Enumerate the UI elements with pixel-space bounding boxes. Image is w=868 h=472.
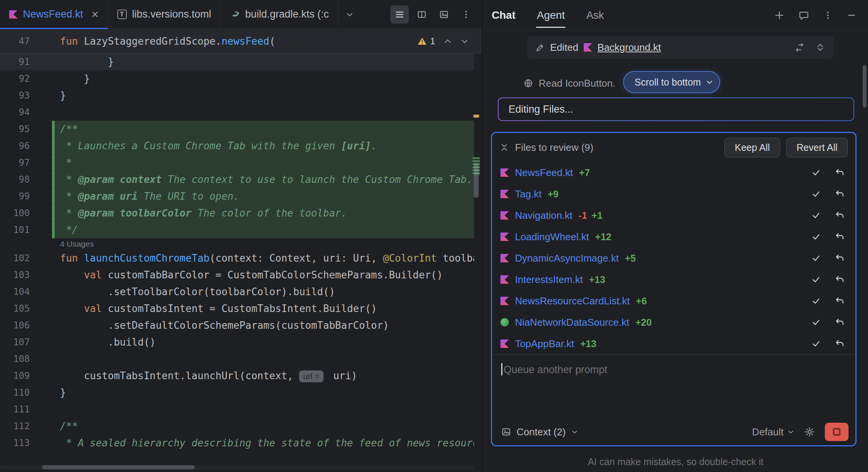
stop-generation-button[interactable]	[825, 423, 849, 441]
file-link[interactable]: NiaNetworkDataSource.kt	[515, 317, 629, 328]
code-line-113[interactable]: 113 * A sealed hierarchy describing the …	[0, 435, 474, 451]
code-line-94[interactable]: 94	[0, 104, 474, 121]
code-line-104[interactable]: 104 .setToolbarColor(toolbarColor).build…	[0, 283, 474, 300]
review-file-row[interactable]: Tag.kt+9	[492, 183, 855, 205]
read-file-row[interactable]: Read IconButton.	[523, 73, 615, 93]
code-line-107[interactable]: 107 .build()	[0, 334, 474, 351]
accept-file-check-icon[interactable]	[811, 253, 821, 263]
edited-file-row[interactable]: Edited Background.kt	[527, 36, 834, 59]
tab-agent[interactable]: Agent	[537, 9, 565, 21]
tab-build-gradle-kts[interactable]: build.gradle.kts (:c	[221, 0, 338, 29]
show-diff-icon[interactable]	[795, 42, 805, 52]
minimize-panel-icon[interactable]	[847, 10, 857, 20]
accept-file-check-icon[interactable]	[811, 168, 821, 178]
code-line-93[interactable]: 93}	[0, 87, 474, 104]
chat-scrollbar[interactable]	[863, 65, 866, 108]
scroll-to-bottom-button[interactable]: Scroll to bottom	[623, 71, 720, 93]
review-file-row[interactable]: InterestsItem.kt+13	[492, 269, 855, 290]
editor-vertical-scrollbar[interactable]	[474, 163, 479, 198]
next-warning-chevron-icon[interactable]	[460, 37, 469, 45]
code-line-110[interactable]: 110}	[0, 384, 474, 401]
stripe-warning-mark[interactable]	[473, 115, 479, 118]
accept-file-check-icon[interactable]	[811, 317, 821, 327]
revert-file-undo-icon[interactable]	[835, 210, 845, 220]
accept-file-check-icon[interactable]	[811, 339, 821, 349]
code-line-101[interactable]: 101 */	[0, 221, 474, 238]
code-line-109[interactable]: 109 customTabsIntent.launchUrl(context, …	[0, 367, 474, 384]
revert-file-undo-icon[interactable]	[835, 275, 845, 284]
accept-file-check-icon[interactable]	[811, 189, 821, 199]
screenshot-icon[interactable]	[435, 5, 453, 24]
diff-stats: +6	[636, 296, 647, 307]
review-file-row[interactable]: Navigation.kt-1+1	[492, 205, 855, 226]
scrollbar-thumb[interactable]	[42, 465, 195, 469]
code-line-111[interactable]: 111	[0, 401, 474, 418]
code-line-100[interactable]: 100 * @param toolbarColor The color of t…	[0, 205, 474, 221]
code-line-108[interactable]: 108	[0, 351, 474, 367]
file-link[interactable]: TopAppBar.kt	[515, 338, 574, 350]
code-line-98[interactable]: 98 * @param context The context to use t…	[0, 171, 474, 188]
usages-inlay-hint[interactable]: 4 Usages	[0, 238, 474, 250]
structure-view-icon[interactable]	[390, 5, 409, 24]
code-line-91[interactable]: 91 }	[0, 53, 474, 70]
new-chat-plus-icon[interactable]	[774, 10, 785, 21]
file-link[interactable]: InterestsItem.kt	[515, 274, 583, 286]
revert-file-undo-icon[interactable]	[835, 189, 845, 199]
code-line-96[interactable]: 96 * Launches a Custom Chrome Tab with t…	[0, 137, 474, 154]
code-line-97[interactable]: 97 *	[0, 154, 474, 171]
keep-all-button[interactable]: Keep All	[724, 138, 780, 157]
revert-file-undo-icon[interactable]	[835, 317, 845, 327]
revert-all-button[interactable]: Revert All	[786, 138, 848, 157]
code-line-102[interactable]: 102fun launchCustomChromeTab(context: Co…	[0, 250, 474, 267]
code-line-95[interactable]: 95/**	[0, 121, 474, 137]
collapse-all-icon[interactable]	[500, 143, 509, 152]
file-link[interactable]: NewsResourceCardList.kt	[515, 295, 630, 307]
prev-warning-chevron-icon[interactable]	[444, 37, 452, 45]
code-line-92[interactable]: 92 }	[0, 70, 474, 87]
file-link[interactable]: Navigation.kt	[515, 210, 572, 221]
code-line-103[interactable]: 103 val customTabBarColor = CustomTabCol…	[0, 267, 474, 283]
tab-ask[interactable]: Ask	[586, 9, 604, 21]
review-file-row[interactable]: LoadingWheel.kt+12	[492, 226, 855, 247]
edited-file-link[interactable]: Background.kt	[598, 42, 661, 53]
review-file-row[interactable]: DynamicAsyncImage.kt+5	[492, 247, 855, 269]
code-line-105[interactable]: 105 val customTabsIntent = CustomTabsInt…	[0, 300, 474, 317]
close-tab-icon[interactable]: ×	[92, 8, 99, 20]
sticky-header-line[interactable]: 47 fun LazyStaggeredGridScope.newsFeed( …	[0, 29, 482, 53]
context-selector[interactable]: Context (2)	[501, 426, 578, 438]
code-line-99[interactable]: 99 * @param uri The URI to open.	[0, 188, 474, 205]
split-editor-icon[interactable]	[413, 5, 431, 24]
review-file-row[interactable]: NewsResourceCardList.kt+6	[492, 290, 855, 312]
tab-chat[interactable]: Chat	[492, 9, 515, 21]
revert-file-undo-icon[interactable]	[835, 168, 845, 178]
file-link[interactable]: NewsFeed.kt	[515, 167, 573, 179]
accept-file-check-icon[interactable]	[811, 275, 821, 284]
warning-badge[interactable]: 1	[417, 36, 435, 47]
file-link[interactable]: Tag.kt	[515, 188, 541, 200]
accept-file-check-icon[interactable]	[811, 210, 821, 220]
settings-gear-icon[interactable]	[804, 427, 815, 437]
review-file-row[interactable]: NiaNetworkDataSource.kt+20	[492, 312, 855, 333]
editor-horizontal-scrollbar[interactable]	[0, 465, 474, 470]
code-line-112[interactable]: 112/**	[0, 418, 474, 435]
expand-collapse-icon[interactable]	[815, 42, 825, 52]
review-file-row[interactable]: NewsFeed.kt+7	[492, 162, 855, 183]
editor-options-kebab-icon[interactable]	[457, 5, 475, 24]
prompt-input[interactable]: Queue another prompt	[492, 354, 855, 419]
file-link[interactable]: LoadingWheel.kt	[515, 231, 589, 243]
file-link[interactable]: DynamicAsyncImage.kt	[515, 252, 619, 264]
accept-file-check-icon[interactable]	[811, 232, 821, 242]
accept-file-check-icon[interactable]	[811, 296, 821, 306]
revert-file-undo-icon[interactable]	[835, 339, 845, 349]
chat-history-icon[interactable]	[798, 10, 809, 21]
tab-newsfeed-kt[interactable]: NewsFeed.kt ×	[0, 0, 108, 29]
tab-libs-versions-toml[interactable]: T libs.versions.toml	[108, 0, 221, 29]
chat-options-kebab-icon[interactable]	[823, 10, 833, 20]
tab-overflow-chevron-icon[interactable]	[340, 5, 359, 24]
revert-file-undo-icon[interactable]	[835, 253, 845, 263]
code-line-106[interactable]: 106 .setDefaultColorSchemeParams(customT…	[0, 317, 474, 334]
model-selector[interactable]: Default	[752, 426, 794, 438]
review-file-row[interactable]: TopAppBar.kt+13	[492, 333, 855, 354]
revert-file-undo-icon[interactable]	[835, 296, 845, 306]
revert-file-undo-icon[interactable]	[835, 232, 845, 242]
